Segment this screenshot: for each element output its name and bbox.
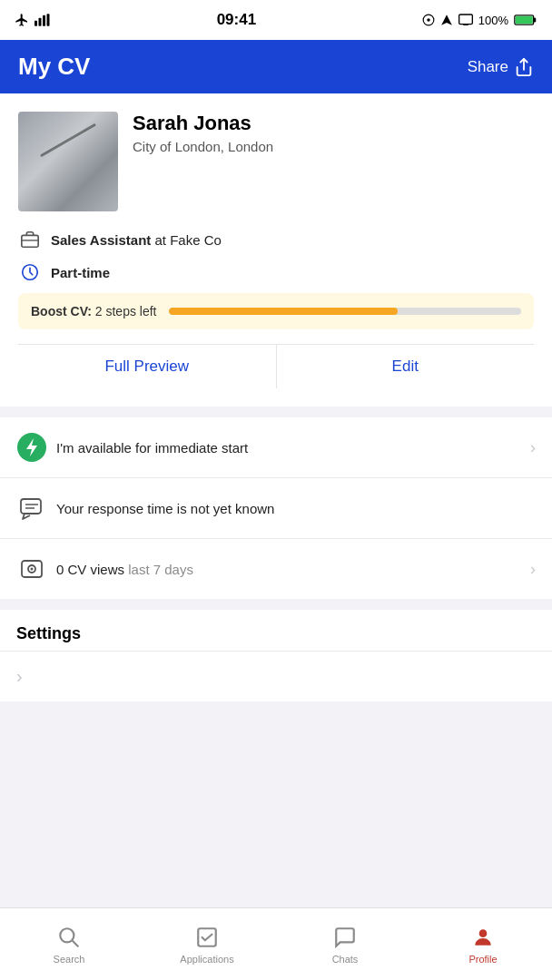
chevron-right-icon: › bbox=[530, 438, 536, 457]
worktype-detail-text: Part-time bbox=[51, 265, 110, 280]
boost-text: Boost CV: 2 steps left bbox=[31, 304, 156, 318]
profile-section: Sarah Jonas City of London, London bbox=[18, 112, 534, 211]
status-bar: 09:41 100% bbox=[0, 0, 552, 40]
header: My CV Share bbox=[0, 40, 552, 93]
svg-rect-3 bbox=[47, 14, 50, 26]
battery-text: 100% bbox=[478, 14, 508, 27]
cv-views-item[interactable]: 0 CV views last 7 days › bbox=[0, 539, 552, 599]
boost-banner[interactable]: Boost CV: 2 steps left bbox=[18, 293, 534, 329]
signal-icon bbox=[34, 14, 51, 26]
battery-icon bbox=[514, 14, 537, 26]
boost-progress-fill bbox=[169, 308, 398, 315]
chat-icon bbox=[16, 493, 47, 524]
chats-icon bbox=[332, 925, 358, 950]
immediate-start-item[interactable]: I'm available for immediate start › bbox=[0, 417, 552, 478]
screen-icon bbox=[458, 14, 473, 26]
tab-search[interactable]: Search bbox=[0, 908, 138, 980]
clock-icon bbox=[18, 260, 42, 284]
page-title: My CV bbox=[18, 53, 90, 81]
tab-bar: Search Applications Chats Profile bbox=[0, 907, 552, 980]
settings-chevron-icon: › bbox=[16, 666, 23, 687]
svg-rect-2 bbox=[43, 15, 45, 26]
profile-name: Sarah Jonas bbox=[133, 112, 534, 135]
edit-button[interactable]: Edit bbox=[277, 345, 535, 388]
bolt-green-icon bbox=[16, 432, 47, 463]
job-detail-row: Sales Assistant at Fake Co bbox=[18, 228, 534, 251]
svg-rect-18 bbox=[21, 499, 41, 514]
settings-header-label: Settings bbox=[0, 610, 552, 651]
share-label: Share bbox=[468, 58, 508, 76]
cv-views-text: 0 CV views last 7 days bbox=[56, 562, 530, 577]
immediate-start-text: I'm available for immediate start bbox=[56, 440, 530, 456]
share-button[interactable]: Share bbox=[468, 57, 534, 77]
response-time-text: Your response time is not yet known bbox=[56, 501, 536, 516]
profile-icon bbox=[470, 925, 496, 950]
svg-line-25 bbox=[73, 940, 78, 946]
svg-rect-11 bbox=[534, 17, 537, 22]
svg-rect-10 bbox=[516, 16, 533, 24]
settings-section: Settings › bbox=[0, 610, 552, 701]
navigation-icon bbox=[440, 14, 453, 26]
cv-views-chevron-icon: › bbox=[530, 560, 536, 579]
tab-search-label: Search bbox=[54, 954, 85, 965]
response-time-item: Your response time is not yet known bbox=[0, 478, 552, 539]
status-right: 100% bbox=[422, 14, 537, 27]
tab-chats[interactable]: Chats bbox=[276, 908, 414, 980]
status-time: 09:41 bbox=[217, 11, 256, 29]
tab-chats-label: Chats bbox=[332, 954, 359, 965]
svg-rect-0 bbox=[34, 21, 37, 26]
status-left bbox=[15, 13, 51, 27]
job-detail-text: Sales Assistant at Fake Co bbox=[51, 232, 222, 248]
cv-views-period: last 7 days bbox=[128, 562, 193, 577]
cv-card: Sarah Jonas City of London, London Sales… bbox=[0, 93, 552, 407]
list-section: I'm available for immediate start › Your… bbox=[0, 417, 552, 599]
tab-profile-label: Profile bbox=[468, 954, 497, 965]
airplane-icon bbox=[15, 13, 29, 27]
tab-applications[interactable]: Applications bbox=[138, 908, 276, 980]
profile-location: City of London, London bbox=[133, 139, 534, 154]
profile-info: Sarah Jonas City of London, London bbox=[133, 112, 534, 154]
briefcase-icon bbox=[18, 228, 42, 251]
full-preview-button[interactable]: Full Preview bbox=[18, 345, 277, 388]
tab-applications-label: Applications bbox=[180, 954, 233, 965]
svg-rect-7 bbox=[458, 15, 472, 24]
share-icon bbox=[514, 57, 534, 77]
eye-icon bbox=[16, 554, 47, 584]
card-buttons: Full Preview Edit bbox=[18, 344, 534, 388]
svg-point-27 bbox=[479, 929, 488, 937]
location-icon bbox=[422, 14, 435, 26]
svg-rect-8 bbox=[463, 24, 468, 25]
svg-marker-6 bbox=[441, 15, 452, 25]
tab-profile[interactable]: Profile bbox=[414, 908, 552, 980]
search-icon bbox=[56, 925, 82, 950]
svg-rect-13 bbox=[22, 235, 38, 247]
svg-point-23 bbox=[31, 568, 34, 571]
applications-icon bbox=[194, 925, 220, 950]
svg-rect-1 bbox=[39, 18, 42, 26]
boost-progress-bar bbox=[169, 308, 521, 315]
settings-item[interactable]: › bbox=[0, 651, 552, 701]
worktype-detail-row: Part-time bbox=[18, 260, 534, 284]
profile-photo bbox=[18, 112, 118, 211]
svg-point-5 bbox=[427, 18, 430, 22]
